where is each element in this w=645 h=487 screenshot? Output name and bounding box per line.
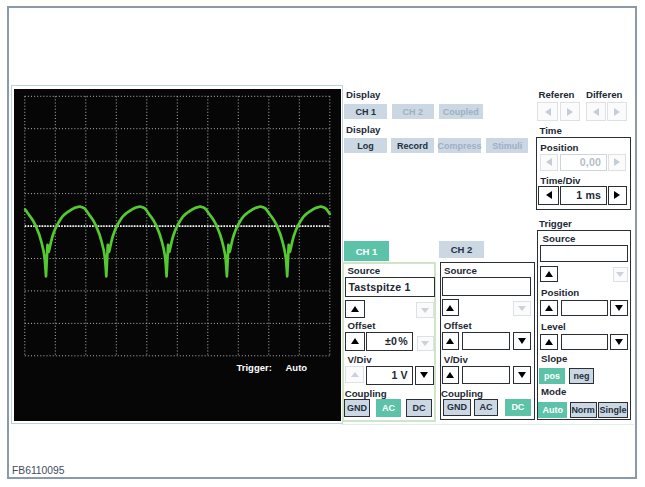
svg-text:Auto: Auto <box>285 361 307 372</box>
svg-text:Trigger:: Trigger: <box>236 361 271 372</box>
